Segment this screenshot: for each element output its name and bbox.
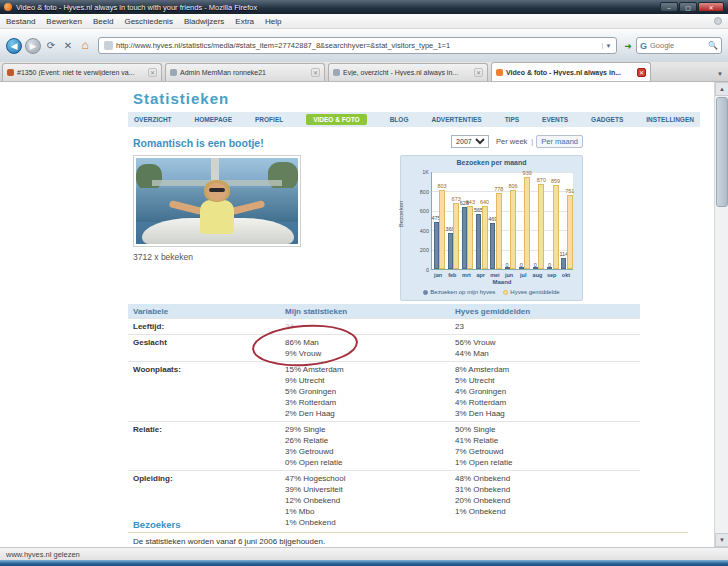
- bar-avg-jun: [510, 190, 516, 269]
- per-month-button[interactable]: Per maand: [536, 135, 583, 148]
- legend-label: Bezoeken op mijn hyves: [430, 289, 495, 295]
- chart-month-okt: okt: [562, 272, 570, 278]
- per-week-link[interactable]: Per week: [496, 137, 527, 146]
- tab-close-icon[interactable]: ✕: [311, 68, 320, 77]
- page-title: Statistieken: [133, 90, 229, 107]
- menu-help[interactable]: Help: [265, 17, 281, 26]
- browser-tab-4[interactable]: Video & foto - Hyves.nl always in...✕: [491, 62, 651, 81]
- scroll-up-button[interactable]: ▲: [715, 82, 728, 96]
- stat-value: 15% Amsterdam: [285, 364, 453, 375]
- search-input[interactable]: [650, 41, 708, 50]
- vertical-scrollbar[interactable]: ▲ ▼: [714, 82, 728, 547]
- search-box: G 🔍: [636, 37, 722, 54]
- bar-label-avg-aug: 870: [537, 177, 546, 183]
- url-input[interactable]: [116, 41, 602, 50]
- stat-value: 3% Den Haag: [455, 408, 640, 419]
- stat-value: 1% Onbekend: [455, 506, 640, 517]
- url-bar: ▼: [98, 37, 617, 54]
- stat-value: 12% Onbekend: [285, 495, 453, 506]
- chart-month-sep: sep: [547, 272, 556, 278]
- chart-plot-area: 02004006008001K4758033696736286435656404…: [431, 172, 573, 270]
- chart-month-jan: jan: [434, 272, 442, 278]
- row-label: Geslacht: [128, 337, 258, 359]
- bar-avg-jan: [439, 190, 445, 269]
- bar-label-avg-mrt: 643: [466, 199, 475, 205]
- bar-avg-sep: [553, 185, 559, 269]
- stat-value: 47% Hogeschool: [285, 473, 453, 484]
- browser-tab-2[interactable]: Admin MemMan ronneke21✕: [165, 63, 325, 81]
- nav-item-overzicht[interactable]: OVERZICHT: [134, 116, 172, 123]
- url-dropdown-icon[interactable]: ▼: [602, 43, 614, 49]
- reload-button[interactable]: ⟳: [44, 38, 58, 54]
- row-avg-values: 50% Single41% Relatie7% Getrouwd1% Open …: [453, 424, 640, 468]
- chart-ytick-label: 200: [405, 247, 429, 253]
- bar-label-mine-sep: 0: [548, 262, 551, 268]
- nav-item-homepage[interactable]: HOMEPAGE: [195, 116, 232, 123]
- forward-button[interactable]: ▶: [25, 38, 41, 54]
- menu-bladwijzers[interactable]: Bladwijzers: [184, 17, 224, 26]
- nav-item-tips[interactable]: TIPS: [505, 116, 519, 123]
- nav-item-advertenties[interactable]: ADVERTENTIES: [431, 116, 481, 123]
- tab-favicon-icon: [7, 69, 14, 76]
- statistics-table: VariabeleMijn statistiekenHyves gemiddel…: [128, 304, 640, 530]
- nav-item-instellingen[interactable]: INSTELLINGEN: [646, 116, 694, 123]
- scroll-thumb[interactable]: [716, 97, 728, 207]
- stat-value: 48% Onbekend: [455, 473, 640, 484]
- bar-mine-mei: [490, 223, 495, 269]
- stat-value: 3% Rotterdam: [285, 397, 453, 408]
- maximize-button[interactable]: ▢: [679, 2, 697, 12]
- stop-button[interactable]: ✕: [61, 38, 75, 54]
- browser-window: Video & foto - Hyves.nl always in touch …: [0, 0, 728, 566]
- menu-geschiedenis[interactable]: Geschiedenis: [124, 17, 172, 26]
- row-avg-values: 8% Amsterdam5% Utrecht4% Groningen4% Rot…: [453, 364, 640, 419]
- menu-bestand[interactable]: Bestand: [6, 17, 35, 26]
- tab-close-icon[interactable]: ✕: [637, 68, 646, 77]
- chart-title: Bezoeken per maand: [401, 159, 582, 166]
- browser-tab-1[interactable]: #1350 (Event: niet te verwijderen va...✕: [2, 63, 162, 81]
- chart-ytick-label: 0: [405, 267, 429, 273]
- nav-item-events[interactable]: EVENTS: [542, 116, 568, 123]
- row-avg-values: 23: [453, 321, 640, 332]
- stat-value: 3% Getrouwd: [285, 446, 453, 457]
- tab-overflow-button[interactable]: ▼: [714, 67, 726, 81]
- stat-value: 41% Relatie: [455, 435, 640, 446]
- photo-torso: [200, 200, 234, 234]
- menu-bewerken[interactable]: Bewerken: [46, 17, 82, 26]
- stat-value: 39% Universiteit: [285, 484, 453, 495]
- go-button[interactable]: ➜: [620, 38, 636, 54]
- photo-sunglasses: [209, 188, 225, 192]
- bar-mine-mrt: [462, 207, 467, 269]
- year-select[interactable]: 2007: [451, 135, 489, 148]
- tab-close-icon[interactable]: ✕: [148, 68, 157, 77]
- home-button[interactable]: ⌂: [78, 38, 92, 54]
- bar-label-mine-aug: 0: [534, 262, 537, 268]
- nav-item-video-foto[interactable]: VIDEO & FOTO: [306, 114, 366, 125]
- browser-tab-3[interactable]: Evje, overzicht - Hyves.nl always in...✕: [328, 63, 488, 81]
- tab-favicon-icon: [170, 69, 177, 76]
- status-text: www.hyves.nl gelezen: [6, 550, 80, 559]
- back-button[interactable]: ◀: [6, 38, 22, 54]
- tab-favicon-icon: [333, 69, 340, 76]
- statistics-table-body: Leeftijd:3423Geslacht86% Man9% Vrouw56% …: [128, 318, 640, 530]
- menu-beeld[interactable]: Beeld: [93, 17, 113, 26]
- bezoekers-divider: [128, 532, 688, 533]
- nav-item-gadgets[interactable]: GADGETS: [591, 116, 623, 123]
- stat-value: 20% Onbekend: [455, 495, 640, 506]
- stat-value: 1% Mbo: [285, 506, 453, 517]
- search-magnifier-icon[interactable]: 🔍: [708, 41, 718, 50]
- scroll-down-button[interactable]: ▼: [715, 533, 728, 547]
- chart-ytick-label: 1K: [405, 169, 429, 175]
- bar-label-avg-mei: 778: [494, 186, 503, 192]
- page-content: Statistieken OVERZICHTHOMEPAGEPROFIELVID…: [0, 82, 714, 547]
- close-button[interactable]: ✕: [698, 2, 724, 12]
- photo-title[interactable]: Romantisch is een bootje!: [133, 137, 264, 149]
- row-avg-values: 56% Vrouw44% Man: [453, 337, 640, 359]
- menu-extra[interactable]: Extra: [235, 17, 254, 26]
- tab-close-icon[interactable]: ✕: [474, 68, 483, 77]
- stat-value: 26% Relatie: [285, 435, 453, 446]
- nav-item-profiel[interactable]: PROFIEL: [255, 116, 283, 123]
- legend-label: Hyves gemiddelde: [510, 289, 559, 295]
- nav-item-blog[interactable]: BLOG: [390, 116, 409, 123]
- google-logo-icon: G: [640, 41, 647, 51]
- minimize-button[interactable]: –: [660, 2, 678, 12]
